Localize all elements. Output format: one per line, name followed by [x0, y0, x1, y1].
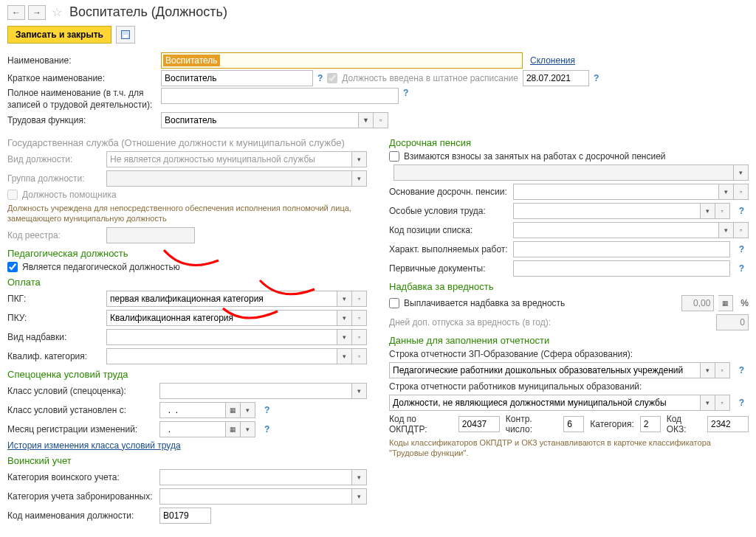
early-base-input[interactable] — [513, 184, 719, 200]
section-gov: Государственная служба (Отношение должно… — [7, 137, 367, 148]
short-label: Краткое наименование: — [7, 73, 161, 83]
dropdown-button[interactable]: ▾ — [241, 402, 255, 418]
help-icon[interactable]: ? — [735, 365, 749, 375]
harm-checkbox[interactable] — [389, 298, 399, 308]
okpdtr-input[interactable] — [458, 416, 500, 432]
open-button[interactable]: ▫ — [715, 395, 730, 411]
help-icon[interactable]: ? — [735, 244, 749, 254]
pos-type-input[interactable] — [106, 151, 352, 167]
pos-group-label: Группа должности: — [7, 173, 102, 184]
dropdown-button[interactable]: ▾ — [241, 421, 255, 437]
nav-back-button[interactable]: ← — [7, 5, 25, 20]
pkg-label: ПКГ: — [7, 294, 102, 304]
nav-forward-button[interactable]: → — [28, 5, 46, 20]
mil-cat-input[interactable] — [159, 469, 352, 485]
early-checkbox[interactable] — [389, 151, 399, 162]
dropdown-button[interactable]: ▾ — [719, 222, 734, 238]
dropdown-button: ▾ — [734, 164, 749, 181]
dropdown-button[interactable]: ▾ — [337, 291, 352, 307]
rep-mun-input[interactable] — [389, 395, 701, 411]
early-label: Взимаются взносы за занятых на работах с… — [404, 151, 666, 162]
name-value: Воспитатель — [163, 55, 220, 66]
ped-checkbox[interactable] — [7, 262, 18, 272]
okz-label: Код ОКЗ: — [667, 414, 701, 434]
month-reg-label: Месяц регистрации изменений: — [7, 424, 155, 434]
qual-cat-input[interactable] — [106, 348, 337, 364]
labor-func-label: Трудовая функция: — [7, 115, 161, 125]
pkg-input[interactable] — [106, 291, 337, 307]
open-button[interactable]: ▫ — [734, 184, 749, 200]
month-reg-input[interactable] — [159, 421, 226, 437]
save-close-button[interactable]: Записать и закрыть — [7, 26, 111, 44]
primary-docs-label: Первичные документы: — [389, 263, 509, 274]
calc-button: ▦ — [718, 295, 733, 311]
open-button[interactable]: ▫ — [734, 222, 749, 238]
mil-cat-label: Категория воинского учета: — [7, 472, 155, 482]
mil-code-input[interactable] — [159, 507, 211, 524]
class-spec-input[interactable] — [159, 383, 352, 399]
calendar-button[interactable]: ▦ — [226, 402, 241, 418]
dropdown-button[interactable]: ▾ — [352, 383, 367, 399]
star-icon[interactable]: ☆ — [49, 5, 65, 19]
open-button[interactable]: ▫ — [352, 329, 367, 345]
dropdown-button[interactable]: ▾ — [701, 203, 715, 219]
labor-func-input[interactable] — [161, 112, 359, 128]
open-button[interactable]: ▫ — [374, 112, 388, 128]
save-button[interactable] — [116, 26, 135, 44]
help-icon[interactable]: ? — [735, 398, 749, 408]
section-harm: Надбавка за вредность — [389, 281, 749, 292]
short-input[interactable] — [161, 70, 313, 86]
dropdown-button[interactable]: ▾ — [719, 184, 734, 200]
help-icon[interactable]: ? — [399, 88, 413, 98]
dropdown-button[interactable]: ▾ — [337, 348, 352, 364]
allowance-input[interactable] — [106, 329, 337, 345]
early-base-label: Основание досрочн. пенсии: — [389, 187, 509, 197]
harm-value-input — [681, 295, 714, 311]
registry-input — [106, 227, 195, 243]
disk-icon — [121, 30, 130, 39]
gov-hint: Должность учреждена для непосредственног… — [7, 203, 367, 224]
percent-label: % — [738, 298, 749, 308]
dropdown-button[interactable]: ▾ — [352, 151, 367, 167]
contr-input[interactable] — [563, 416, 584, 432]
special-cond-input[interactable] — [513, 203, 701, 219]
open-button[interactable]: ▫ — [352, 348, 367, 364]
open-button[interactable]: ▫ — [352, 310, 367, 326]
declension-link[interactable]: Склонения — [530, 55, 575, 66]
primary-docs-input[interactable] — [513, 260, 730, 277]
rep-zp-input[interactable] — [389, 362, 701, 378]
open-button[interactable]: ▫ — [715, 362, 730, 378]
pos-code-input[interactable] — [513, 222, 719, 238]
full-input[interactable] — [161, 88, 399, 104]
okpdtr-label: Код по ОКПДТР: — [389, 414, 453, 434]
calendar-button[interactable]: ▦ — [226, 421, 241, 437]
help-icon[interactable]: ? — [260, 405, 274, 415]
harm-days-input — [716, 314, 749, 330]
dropdown-button[interactable]: ▾ — [352, 469, 367, 485]
full-label: Полное наименование (в т.ч. для записей … — [7, 88, 161, 111]
dropdown-button[interactable]: ▾ — [337, 329, 352, 345]
work-char-input[interactable] — [513, 241, 730, 257]
dropdown-button[interactable]: ▾ — [352, 488, 367, 505]
staff-checkbox — [327, 73, 337, 83]
help-icon[interactable]: ? — [589, 73, 603, 83]
open-button[interactable]: ▫ — [715, 203, 730, 219]
dropdown-button[interactable]: ▾ — [701, 362, 715, 378]
okz-input[interactable] — [707, 416, 749, 432]
help-icon[interactable]: ? — [735, 206, 749, 216]
help-icon[interactable]: ? — [313, 73, 327, 83]
staff-date-input[interactable] — [523, 70, 589, 86]
name-input[interactable]: Воспитатель — [161, 52, 523, 69]
pku-label: ПКУ: — [7, 313, 102, 323]
mil-reserved-input[interactable] — [159, 488, 352, 505]
class-from-input[interactable] — [159, 402, 226, 418]
category-input[interactable] — [640, 416, 661, 432]
pku-input[interactable] — [106, 310, 337, 326]
help-icon[interactable]: ? — [735, 263, 749, 274]
dropdown-button[interactable]: ▾ — [701, 395, 715, 411]
help-icon[interactable]: ? — [260, 424, 274, 434]
dropdown-button[interactable]: ▼ — [359, 112, 374, 128]
dropdown-button[interactable]: ▾ — [337, 310, 352, 326]
history-link[interactable]: История изменения класса условий труда — [7, 440, 181, 451]
open-button[interactable]: ▫ — [352, 291, 367, 307]
